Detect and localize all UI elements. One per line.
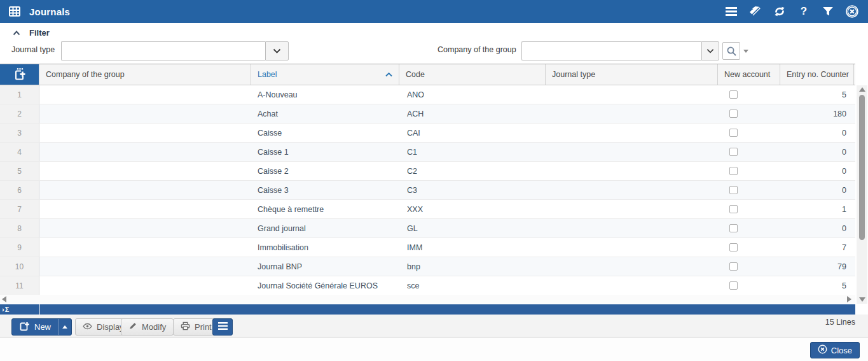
cell-code: CAI [399,124,546,142]
new-account-checkbox[interactable] [729,186,738,194]
cell-label: Caisse [251,124,399,142]
filter-section-title: Filter [29,28,50,38]
cell-label: Caisse 3 [251,181,399,199]
row-number: 5 [0,162,39,180]
cell-entry-counter: 5 [780,276,854,295]
search-button[interactable] [722,42,740,60]
new-dropdown-caret[interactable] [58,319,71,335]
row-number: 4 [0,143,39,161]
cell-code: IMM [399,238,546,257]
cell-label: Immobilisation [251,238,399,257]
collapse-chevron-icon[interactable] [13,27,20,38]
filter-section-header: Filter [0,24,50,41]
refresh-icon[interactable] [773,4,787,18]
table-row[interactable]: 6 Caisse 3 C3 0 [0,181,855,200]
cell-code: ANO [399,85,546,104]
cell-new-account [718,219,780,237]
table-grid-icon [8,4,22,18]
table-row[interactable]: 10 Journal BNP bnp 79 [0,257,855,276]
cell-entry-counter: 0 [780,143,854,161]
scroll-left-arrow-icon[interactable] [2,296,6,302]
new-button[interactable]: New [11,318,72,336]
search-options-caret-icon[interactable] [743,50,748,53]
table-row[interactable]: 9 Immobilisation IMM 7 [0,238,855,257]
cell-entry-counter: 0 [780,124,854,142]
table-row[interactable]: 8 Grand journal GL 0 [0,219,855,238]
table-row[interactable]: 1 A-Nouveau ANO 5 [0,85,855,104]
new-account-checkbox[interactable] [729,205,738,213]
more-actions-button[interactable] [212,318,233,336]
action-toolbar: New Display [0,315,868,337]
cell-entry-counter: 7 [780,238,854,257]
new-account-checkbox[interactable] [729,281,738,290]
table-row[interactable]: 2 Achat ACH 180 [0,104,855,124]
new-account-checkbox[interactable] [729,148,738,156]
new-account-checkbox[interactable] [729,129,738,137]
menu-icon[interactable] [724,4,738,18]
titlebar: Journals [0,0,868,23]
cell-entry-counter: 1 [780,200,854,218]
cell-code: C2 [399,162,546,180]
cell-company-of-group [39,219,251,237]
new-account-checkbox[interactable] [729,224,738,232]
cell-company-of-group [39,238,251,257]
new-account-checkbox[interactable] [729,262,738,271]
cell-journal-type [546,219,718,237]
column-header-code[interactable]: Code [399,64,546,85]
table-row[interactable]: 7 Chèque à remettre XXX 1 [0,200,855,219]
table-body: 1 A-Nouveau ANO 5 2 Achat ACH 180 3 Cais… [0,85,855,295]
table-row[interactable]: 3 Caisse CAI 0 [0,124,855,143]
cell-label: Caisse 1 [251,143,399,161]
grid-actions-button[interactable] [0,64,39,85]
company-dropdown-button[interactable] [701,41,719,60]
cell-new-account [718,143,780,161]
table-row[interactable]: 11 Journal Société Générale EUROS sce 5 [0,276,855,295]
journal-type-input[interactable] [61,41,265,60]
scroll-up-arrow-icon[interactable] [859,87,865,92]
footer: Close [0,337,868,361]
new-account-checkbox[interactable] [729,90,738,99]
pencil-icon [128,322,137,332]
modify-button[interactable]: Modify [121,318,174,336]
row-number: 8 [0,219,39,237]
column-header-entry-counter[interactable]: Entry no. Counter [780,64,854,85]
cell-company-of-group [39,200,251,218]
column-header-company[interactable]: Company of the group [39,64,251,85]
vertical-scrollbar[interactable] [857,85,867,304]
new-account-checkbox[interactable] [729,243,738,251]
scroll-down-arrow-icon[interactable] [859,297,865,302]
new-account-checkbox[interactable] [729,110,738,118]
journal-type-label: Journal type [11,45,55,54]
cell-new-account [718,124,780,142]
filter-funnel-icon[interactable] [821,4,835,18]
help-icon[interactable]: ? [797,4,811,18]
horizontal-scrollbar[interactable] [0,295,855,304]
company-of-group-input[interactable] [521,41,701,60]
table-row[interactable]: 5 Caisse 2 C2 0 [0,162,855,181]
row-number: 1 [0,85,39,104]
column-header-new-account[interactable]: New account [718,64,780,85]
vertical-scrollbar-thumb[interactable] [859,95,865,240]
tags-icon[interactable] [748,4,762,18]
table-row[interactable]: 4 Caisse 1 C1 0 [0,143,855,162]
cell-entry-counter: 79 [780,257,854,276]
column-header-label[interactable]: Label [251,64,399,85]
scroll-right-arrow-icon[interactable] [847,296,851,302]
cell-entry-counter: 5 [780,85,854,104]
cell-code: C1 [399,143,546,161]
table-header-row: Company of the group Label Code Journal … [0,64,855,85]
cell-code: sce [399,276,546,295]
journal-type-combo [61,41,289,60]
cell-code: GL [399,219,546,237]
cell-label: Achat [251,104,399,123]
close-button[interactable]: Close [810,342,860,358]
new-account-checkbox[interactable] [729,167,738,175]
cell-label: Journal BNP [251,257,399,276]
close-window-icon[interactable] [845,4,859,18]
page-title: Journals [29,6,70,17]
sum-sigma-icon: Σ [0,306,9,313]
column-header-journal-type[interactable]: Journal type [546,64,718,85]
journal-type-dropdown-button[interactable] [265,41,289,60]
eye-icon [83,322,92,332]
cell-new-account [718,181,780,199]
